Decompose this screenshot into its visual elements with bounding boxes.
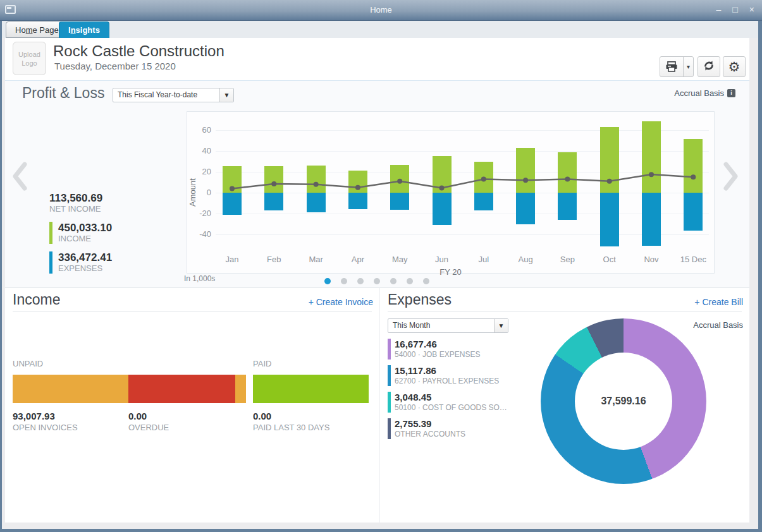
x-tick-label: Oct bbox=[589, 255, 630, 264]
company-name: Rock Castle Construction bbox=[53, 42, 224, 60]
pl-period-dropdown[interactable]: This Fiscal Year-to-date ▼ bbox=[113, 88, 234, 102]
legend-swatch bbox=[388, 392, 391, 413]
legend-item[interactable]: 15,117.86 62700 · PAYROLL EXPENSES bbox=[388, 365, 546, 386]
create-invoice-link[interactable]: + Create Invoice bbox=[309, 297, 373, 307]
tabstrip: Home Page Insights bbox=[2, 21, 758, 38]
legend-item[interactable]: 16,677.46 54000 · JOB EXPENSES bbox=[388, 339, 546, 360]
pl-accrual-basis: Accrual Basis i bbox=[674, 88, 735, 98]
printer-icon bbox=[660, 61, 683, 72]
chevron-down-icon: ▼ bbox=[494, 319, 508, 332]
overdue-segment bbox=[128, 375, 235, 403]
income-section: Income + Create Invoice UNPAID PAID 93,0… bbox=[5, 288, 379, 523]
chevron-down-icon: ▼ bbox=[219, 88, 233, 102]
net-income-point bbox=[481, 177, 486, 182]
net-income-point bbox=[397, 179, 402, 184]
profit-loss-title: Profit & Loss bbox=[22, 85, 104, 102]
close-icon[interactable]: × bbox=[749, 4, 754, 15]
gear-icon: ⚙ bbox=[728, 59, 740, 75]
x-tick-label: Jul bbox=[463, 255, 505, 264]
info-icon[interactable]: i bbox=[727, 89, 735, 97]
x-tick-label: Apr bbox=[337, 255, 379, 264]
income-title: Income bbox=[13, 291, 60, 308]
donut-total: 37,599.16 bbox=[601, 396, 646, 407]
x-tick-label: Feb bbox=[253, 255, 295, 264]
x-tick-label: Jun bbox=[421, 255, 463, 264]
divider bbox=[13, 311, 372, 312]
legend-item[interactable]: 2,755.39 OTHER ACCOUNTS bbox=[388, 418, 546, 439]
app-window: Home – □ × Home Page Insights Upload Log… bbox=[0, 0, 762, 532]
net-income-point bbox=[607, 179, 612, 184]
titlebar: Home – □ × bbox=[0, 0, 762, 21]
divider bbox=[388, 311, 742, 312]
x-tick-label: Mar bbox=[295, 255, 337, 264]
refresh-button[interactable] bbox=[697, 56, 720, 77]
net-income-point bbox=[649, 172, 654, 177]
upload-logo-button[interactable]: Upload Logo bbox=[13, 42, 46, 75]
expenses-period-dropdown[interactable]: This Month ▼ bbox=[388, 318, 508, 333]
net-income-point bbox=[355, 185, 360, 190]
refresh-icon bbox=[703, 59, 715, 75]
paid-bar[interactable] bbox=[253, 375, 369, 403]
pager-dot[interactable] bbox=[374, 278, 380, 284]
net-income-point bbox=[271, 181, 276, 186]
pager-dot-active[interactable] bbox=[324, 278, 331, 284]
maximize-icon[interactable]: □ bbox=[732, 4, 737, 15]
legend-item[interactable]: 3,048.45 50100 · COST OF GOODS SO… bbox=[388, 392, 546, 413]
x-tick-label: 15 Dec bbox=[672, 255, 714, 264]
legend-swatch bbox=[388, 418, 391, 439]
net-income-summary: 113,560.69 NET INCOME bbox=[49, 192, 102, 214]
current-date: Tuesday, December 15 2020 bbox=[54, 61, 176, 71]
paid-segment bbox=[253, 375, 369, 403]
minimize-icon[interactable]: – bbox=[716, 4, 722, 15]
net-income-point bbox=[523, 178, 528, 183]
main-content: Upload Logo Rock Castle Construction Tue… bbox=[5, 38, 749, 523]
tab-insights[interactable]: Insights bbox=[59, 21, 109, 38]
open-segment bbox=[13, 375, 128, 403]
expenses-summary: 336,472.41 EXPENSES bbox=[49, 251, 112, 274]
income-summary: 450,033.10 INCOME bbox=[49, 222, 112, 244]
net-income-point bbox=[565, 177, 570, 182]
pager-dot[interactable] bbox=[390, 278, 396, 284]
open-tail-segment bbox=[235, 375, 246, 403]
x-tick-label: Nov bbox=[630, 255, 672, 264]
x-tick-label: Sep bbox=[546, 255, 588, 264]
legend-swatch bbox=[388, 339, 391, 360]
window-chrome: Home Page Insights Upload Logo Rock Cast… bbox=[2, 21, 758, 529]
window-title: Home bbox=[0, 5, 762, 15]
net-income-point bbox=[691, 174, 696, 179]
pager-dot[interactable] bbox=[341, 278, 347, 284]
create-bill-link[interactable]: + Create Bill bbox=[694, 297, 743, 307]
paid-last-30-stat: 0.00 PAID LAST 30 DAYS bbox=[253, 411, 329, 433]
chart-prev-button[interactable] bbox=[11, 162, 28, 191]
expenses-donut-chart[interactable]: 37,599.16 bbox=[541, 318, 706, 484]
net-income-line bbox=[232, 174, 693, 188]
profit-loss-chart: Amount 6040200-20-40 JanFebMarAprMayJunJ… bbox=[187, 111, 715, 274]
print-dropdown-caret-icon[interactable]: ▾ bbox=[683, 57, 693, 76]
expenses-legend: 16,677.46 54000 · JOB EXPENSES 15,117.86… bbox=[388, 339, 546, 445]
pager-dot[interactable] bbox=[407, 278, 413, 284]
pager-dot[interactable] bbox=[423, 278, 429, 284]
x-axis-title: FY 20 bbox=[187, 267, 714, 277]
expenses-title: Expenses bbox=[388, 291, 452, 308]
profit-loss-section: Profit & Loss This Fiscal Year-to-date ▼… bbox=[5, 81, 749, 287]
chart-pager-dots[interactable] bbox=[324, 278, 429, 284]
x-tick-label: Jan bbox=[211, 255, 253, 264]
print-button[interactable]: ▾ bbox=[660, 56, 694, 77]
chart-next-button[interactable] bbox=[723, 162, 739, 191]
settings-button[interactable]: ⚙ bbox=[723, 56, 746, 77]
unpaid-bar[interactable] bbox=[13, 375, 246, 403]
legend-swatch bbox=[388, 365, 391, 386]
net-income-point bbox=[314, 182, 319, 187]
x-tick-label: Aug bbox=[505, 255, 546, 264]
open-invoices-stat: 93,007.93 OPEN INVOICES bbox=[13, 411, 78, 433]
net-income-point bbox=[439, 186, 445, 191]
net-income-point bbox=[230, 186, 235, 191]
overdue-stat: 0.00 OVERDUE bbox=[128, 411, 169, 433]
paid-label: PAID bbox=[253, 359, 271, 368]
pager-dot[interactable] bbox=[357, 278, 364, 284]
units-note: In 1,000s bbox=[184, 274, 215, 283]
bottom-row: Income + Create Invoice UNPAID PAID 93,0… bbox=[5, 287, 749, 523]
expenses-section: Expenses + Create Bill This Month ▼ Accr… bbox=[379, 288, 749, 523]
unpaid-label: UNPAID bbox=[13, 359, 43, 368]
company-header: Upload Logo Rock Castle Construction Tue… bbox=[5, 38, 749, 81]
